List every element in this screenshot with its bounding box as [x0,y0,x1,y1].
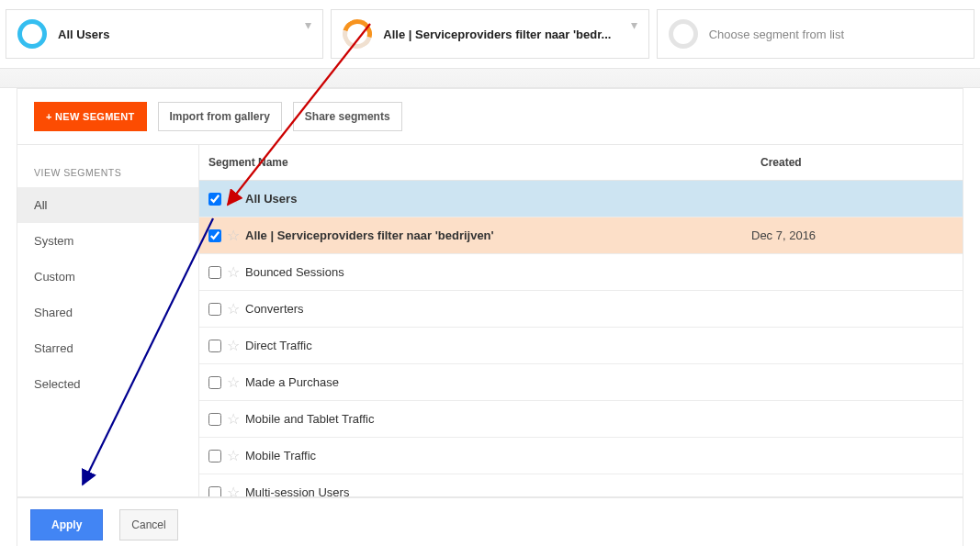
star-icon[interactable]: ☆ [227,263,240,281]
sidebar-item-shared[interactable]: Shared [17,295,198,330]
donut-chart-icon [337,14,377,54]
segment-pill-label: Alle | Serviceproviders filter naar 'bed… [383,28,636,41]
segment-pill-serviceproviders[interactable]: Alle | Serviceproviders filter naar 'bed… [331,9,648,59]
sidebar-item-custom[interactable]: Custom [17,259,198,295]
segment-name: Alle | Serviceproviders filter naar 'bed… [245,228,494,242]
table-row[interactable]: ☆Multi-session Users [199,474,963,496]
row-checkbox[interactable] [208,376,221,389]
row-checkbox[interactable] [208,303,221,316]
segment-name: Made a Purchase [245,375,339,389]
table-header: Segment Name Created [199,145,963,181]
sidebar-item-selected[interactable]: Selected [17,366,198,402]
table-row[interactable]: ☆All Users [199,181,963,217]
segment-created: Dec 7, 2016 [751,228,953,242]
segment-pill-label: Choose segment from list [709,28,963,41]
segment-name: Converters [245,302,304,316]
cancel-button[interactable]: Cancel [119,509,177,540]
segments-toolbar: + NEW SEGMENT Import from gallery Share … [17,88,963,145]
table-row[interactable]: ☆Mobile and Tablet Traffic [199,401,963,438]
sidebar-item-system[interactable]: System [17,223,198,259]
segments-sidebar: VIEW SEGMENTS AllSystemCustomSharedStarr… [17,145,199,496]
new-segment-button[interactable]: + NEW SEGMENT [34,102,147,131]
column-created[interactable]: Created [751,145,963,180]
segment-name: Bounced Sessions [245,265,344,279]
import-gallery-button[interactable]: Import from gallery [158,102,282,131]
star-icon[interactable]: ☆ [227,227,240,244]
segments-panel: VIEW SEGMENTS AllSystemCustomSharedStarr… [17,145,963,497]
sidebar-item-starred[interactable]: Starred [17,330,198,366]
row-checkbox[interactable] [208,193,221,206]
row-checkbox[interactable] [208,266,221,279]
star-icon[interactable]: ☆ [227,373,240,391]
segments-table: Segment Name Created ☆All Users☆Alle | S… [199,145,963,496]
star-icon[interactable]: ☆ [227,484,240,496]
table-row[interactable]: ☆Direct Traffic [199,328,963,364]
star-icon[interactable]: ☆ [227,300,240,318]
share-segments-button[interactable]: Share segments [293,102,402,131]
row-checkbox[interactable] [208,413,221,426]
donut-chart-icon [17,19,47,49]
segment-name: All Users [245,192,297,206]
row-checkbox[interactable] [208,340,221,352]
segment-pill-placeholder[interactable]: Choose segment from list [657,9,974,59]
table-row[interactable]: ☆Alle | Serviceproviders filter naar 'be… [199,217,963,254]
segment-pill-all-users[interactable]: All Users ▾ [6,9,323,59]
segment-pill-label: All Users [58,28,311,41]
star-icon[interactable]: ☆ [227,447,240,464]
segment-name: Multi-session Users [245,485,349,496]
row-checkbox[interactable] [208,450,221,462]
table-row[interactable]: ☆Bounced Sessions [199,254,963,291]
segments-footer: Apply Cancel [17,497,963,546]
apply-button[interactable]: Apply [30,509,103,540]
divider [0,68,980,88]
segment-name: Mobile and Tablet Traffic [245,412,374,426]
sidebar-item-all[interactable]: All [17,187,198,223]
star-icon[interactable]: ☆ [227,410,240,428]
segment-name: Direct Traffic [245,339,312,352]
star-icon[interactable]: ☆ [227,190,240,207]
table-row[interactable]: ☆Made a Purchase [199,364,963,401]
chevron-down-icon[interactable]: ▾ [305,17,311,32]
table-row[interactable]: ☆Mobile Traffic [199,438,963,474]
sidebar-header: VIEW SEGMENTS [17,145,198,187]
row-checkbox[interactable] [208,229,221,242]
segment-name: Mobile Traffic [245,449,316,462]
star-icon[interactable]: ☆ [227,337,240,354]
donut-chart-icon [669,19,698,49]
table-row[interactable]: ☆Converters [199,291,963,328]
row-checkbox[interactable] [208,486,221,497]
chevron-down-icon[interactable]: ▾ [631,17,637,32]
segment-pill-row: All Users ▾ Alle | Serviceproviders filt… [0,0,980,68]
column-segment-name[interactable]: Segment Name [199,145,751,180]
